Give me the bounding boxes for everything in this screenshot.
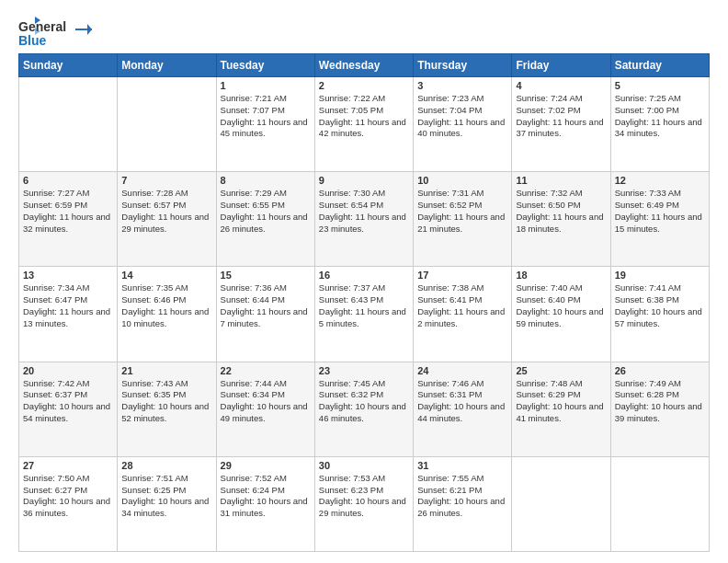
day-detail: Sunrise: 7:33 AMSunset: 6:49 PMDaylight:… (615, 188, 705, 235)
day-detail: Sunrise: 7:40 AMSunset: 6:40 PMDaylight:… (516, 282, 606, 329)
day-number: 15 (221, 270, 311, 281)
day-number: 7 (121, 175, 211, 186)
table-row: 7Sunrise: 7:28 AMSunset: 6:57 PMDaylight… (118, 172, 216, 267)
day-number: 10 (417, 175, 507, 186)
day-number: 23 (319, 365, 409, 376)
day-detail: Sunrise: 7:24 AMSunset: 7:02 PMDaylight:… (516, 93, 606, 140)
logo: General Blue (18, 15, 92, 44)
table-row (118, 77, 216, 172)
table-row: 10Sunrise: 7:31 AMSunset: 6:52 PMDayligh… (414, 172, 512, 267)
day-number: 2 (319, 80, 409, 91)
day-detail: Sunrise: 7:36 AMSunset: 6:44 PMDaylight:… (221, 282, 311, 329)
col-thursday: Thursday (414, 54, 512, 77)
table-row: 28Sunrise: 7:51 AMSunset: 6:25 PMDayligh… (118, 456, 216, 551)
day-detail: Sunrise: 7:46 AMSunset: 6:31 PMDaylight:… (417, 378, 507, 425)
table-row (610, 456, 709, 551)
day-detail: Sunrise: 7:52 AMSunset: 6:24 PMDaylight:… (221, 473, 311, 520)
day-number: 11 (516, 175, 606, 186)
table-row: 14Sunrise: 7:35 AMSunset: 6:46 PMDayligh… (118, 267, 216, 362)
header: General Blue (18, 15, 710, 44)
day-detail: Sunrise: 7:31 AMSunset: 6:52 PMDaylight:… (417, 188, 507, 235)
day-detail: Sunrise: 7:49 AMSunset: 6:28 PMDaylight:… (615, 378, 705, 425)
day-number: 19 (615, 270, 705, 281)
table-row: 15Sunrise: 7:36 AMSunset: 6:44 PMDayligh… (216, 267, 314, 362)
table-row: 23Sunrise: 7:45 AMSunset: 6:32 PMDayligh… (314, 362, 413, 456)
day-detail: Sunrise: 7:38 AMSunset: 6:41 PMDaylight:… (417, 282, 507, 329)
day-number: 3 (417, 80, 507, 91)
day-detail: Sunrise: 7:35 AMSunset: 6:46 PMDaylight:… (121, 282, 211, 329)
table-row: 6Sunrise: 7:27 AMSunset: 6:59 PMDaylight… (19, 172, 118, 267)
col-wednesday: Wednesday (314, 54, 413, 77)
day-number: 27 (23, 460, 113, 471)
day-detail: Sunrise: 7:22 AMSunset: 7:05 PMDaylight:… (319, 93, 409, 140)
day-detail: Sunrise: 7:45 AMSunset: 6:32 PMDaylight:… (319, 378, 409, 425)
day-detail: Sunrise: 7:50 AMSunset: 6:27 PMDaylight:… (23, 473, 113, 520)
table-row: 16Sunrise: 7:37 AMSunset: 6:43 PMDayligh… (314, 267, 413, 362)
table-row: 2Sunrise: 7:22 AMSunset: 7:05 PMDaylight… (314, 77, 413, 172)
table-row: 18Sunrise: 7:40 AMSunset: 6:40 PMDayligh… (512, 267, 610, 362)
day-number: 20 (23, 365, 113, 376)
table-row: 30Sunrise: 7:53 AMSunset: 6:23 PMDayligh… (314, 456, 413, 551)
day-number: 13 (23, 270, 113, 281)
calendar-table: Sunday Monday Tuesday Wednesday Thursday… (18, 53, 710, 552)
day-detail: Sunrise: 7:41 AMSunset: 6:38 PMDaylight:… (615, 282, 705, 329)
page: General Blue (0, 0, 728, 563)
col-monday: Monday (118, 54, 216, 77)
day-number: 29 (221, 460, 311, 471)
col-friday: Friday (512, 54, 610, 77)
day-number: 26 (615, 365, 705, 376)
day-detail: Sunrise: 7:53 AMSunset: 6:23 PMDaylight:… (319, 473, 409, 520)
day-number: 6 (23, 175, 113, 186)
day-number: 28 (121, 460, 211, 471)
table-row: 8Sunrise: 7:29 AMSunset: 6:55 PMDaylight… (216, 172, 314, 267)
day-detail: Sunrise: 7:25 AMSunset: 7:00 PMDaylight:… (615, 93, 705, 140)
table-row: 24Sunrise: 7:46 AMSunset: 6:31 PMDayligh… (414, 362, 512, 456)
day-number: 22 (221, 365, 311, 376)
table-row: 20Sunrise: 7:42 AMSunset: 6:37 PMDayligh… (19, 362, 118, 456)
day-number: 9 (319, 175, 409, 186)
day-detail: Sunrise: 7:34 AMSunset: 6:47 PMDaylight:… (23, 282, 113, 329)
day-detail: Sunrise: 7:44 AMSunset: 6:34 PMDaylight:… (221, 378, 311, 425)
logo-arrow-icon (20, 15, 42, 37)
day-number: 12 (615, 175, 705, 186)
table-row: 25Sunrise: 7:48 AMSunset: 6:29 PMDayligh… (512, 362, 610, 456)
col-sunday: Sunday (19, 54, 118, 77)
day-number: 1 (221, 80, 311, 91)
day-number: 31 (417, 460, 507, 471)
table-row: 21Sunrise: 7:43 AMSunset: 6:35 PMDayligh… (118, 362, 216, 456)
table-row (19, 77, 118, 172)
day-number: 8 (221, 175, 311, 186)
table-row: 19Sunrise: 7:41 AMSunset: 6:38 PMDayligh… (610, 267, 709, 362)
day-detail: Sunrise: 7:23 AMSunset: 7:04 PMDaylight:… (417, 93, 507, 140)
table-row: 26Sunrise: 7:49 AMSunset: 6:28 PMDayligh… (610, 362, 709, 456)
day-number: 5 (615, 80, 705, 91)
day-detail: Sunrise: 7:43 AMSunset: 6:35 PMDaylight:… (121, 378, 211, 425)
day-number: 17 (417, 270, 507, 281)
day-detail: Sunrise: 7:48 AMSunset: 6:29 PMDaylight:… (516, 378, 606, 425)
day-number: 25 (516, 365, 606, 376)
day-detail: Sunrise: 7:51 AMSunset: 6:25 PMDaylight:… (121, 473, 211, 520)
day-number: 14 (121, 270, 211, 281)
table-row: 11Sunrise: 7:32 AMSunset: 6:50 PMDayligh… (512, 172, 610, 267)
day-detail: Sunrise: 7:21 AMSunset: 7:07 PMDaylight:… (221, 93, 311, 140)
table-row: 17Sunrise: 7:38 AMSunset: 6:41 PMDayligh… (414, 267, 512, 362)
table-row: 9Sunrise: 7:30 AMSunset: 6:54 PMDaylight… (314, 172, 413, 267)
table-row: 5Sunrise: 7:25 AMSunset: 7:00 PMDaylight… (610, 77, 709, 172)
table-row: 13Sunrise: 7:34 AMSunset: 6:47 PMDayligh… (19, 267, 118, 362)
col-saturday: Saturday (610, 54, 709, 77)
table-row: 27Sunrise: 7:50 AMSunset: 6:27 PMDayligh… (19, 456, 118, 551)
table-row: 12Sunrise: 7:33 AMSunset: 6:49 PMDayligh… (610, 172, 709, 267)
table-row: 3Sunrise: 7:23 AMSunset: 7:04 PMDaylight… (414, 77, 512, 172)
day-detail: Sunrise: 7:37 AMSunset: 6:43 PMDaylight:… (319, 282, 409, 329)
table-row: 29Sunrise: 7:52 AMSunset: 6:24 PMDayligh… (216, 456, 314, 551)
table-row (512, 456, 610, 551)
day-number: 21 (121, 365, 211, 376)
day-number: 24 (417, 365, 507, 376)
day-number: 30 (319, 460, 409, 471)
table-row: 1Sunrise: 7:21 AMSunset: 7:07 PMDaylight… (216, 77, 314, 172)
day-detail: Sunrise: 7:28 AMSunset: 6:57 PMDaylight:… (121, 188, 211, 235)
table-row: 4Sunrise: 7:24 AMSunset: 7:02 PMDaylight… (512, 77, 610, 172)
col-tuesday: Tuesday (216, 54, 314, 77)
table-row: 22Sunrise: 7:44 AMSunset: 6:34 PMDayligh… (216, 362, 314, 456)
day-detail: Sunrise: 7:30 AMSunset: 6:54 PMDaylight:… (319, 188, 409, 235)
